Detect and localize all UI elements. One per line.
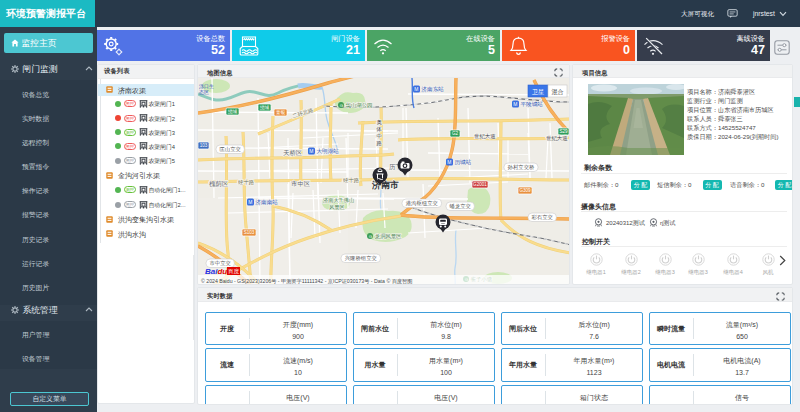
svg-text:济南市: 济南市 [371,180,399,190]
svg-text:G309: G309 [519,188,531,193]
svg-text:态区: 态区 [198,89,209,95]
svg-text:大明湖站: 大明湖站 [317,148,340,155]
svg-text:M: M [414,86,418,92]
svg-text:经十路: 经十路 [238,179,255,185]
svg-text:体: 体 [376,126,383,132]
svg-text:华山湖公园: 华山湖公园 [346,102,373,109]
svg-text:M: M [447,159,451,165]
svg-text:市中区: 市中区 [291,180,311,187]
svg-text:G2: G2 [452,131,459,136]
svg-text:© 2024 Baidu - GS(2023)3206号 -: © 2024 Baidu - GS(2023)3206号 - 甲测资字11111… [201,278,412,285]
svg-text:槐荫区: 槐荫区 [209,180,229,188]
svg-text:风景区: 风景区 [329,204,345,210]
svg-text:世纪大道: 世纪大道 [474,133,496,139]
svg-text:G: G [369,234,372,239]
svg-text:路: 路 [377,140,383,146]
svg-text:G: G [340,103,343,108]
svg-text:蟠龙立交: 蟠龙立交 [449,203,471,209]
svg-text:经十路: 经十路 [343,177,360,183]
svg-text:济南南站: 济南南站 [256,199,279,206]
svg-text:M: M [513,101,517,107]
svg-text:Baidu: Baidu [205,267,227,276]
svg-text:历城站: 历城站 [455,159,472,166]
svg-text:市中立交: 市中立交 [209,260,231,266]
svg-text:M: M [309,148,313,154]
svg-text:平陵城站: 平陵城站 [521,101,544,108]
svg-text:彩石立交: 彩石立交 [531,214,553,221]
svg-text:绕城: 绕城 [228,109,238,114]
svg-text:世纪大道: 世纪大道 [546,135,568,141]
svg-text:卫星: 卫星 [532,88,544,95]
svg-text:103: 103 [200,143,208,148]
svg-text:S29: S29 [559,129,568,134]
svg-text:G2001: G2001 [473,182,487,187]
svg-text:兴隆桥组立交: 兴隆桥组立交 [345,255,378,261]
svg-text:济南大千佛山: 济南大千佛山 [323,197,354,204]
svg-text:百度: 百度 [228,268,240,275]
svg-text:龙洞风景区: 龙洞风景区 [375,233,403,239]
svg-text:天桥区: 天桥区 [283,149,303,156]
svg-text:M: M [248,199,252,205]
svg-text:混合: 混合 [552,88,564,96]
svg-text:绕城: 绕城 [260,105,270,110]
svg-text:中: 中 [377,133,382,139]
svg-text:S103: S103 [244,230,255,235]
svg-text:济南东站: 济南东站 [422,86,445,93]
svg-text:孙村立交桥: 孙村立交桥 [508,164,536,171]
svg-text:港沟枢纽立交: 港沟枢纽立交 [406,200,439,207]
svg-text:青银: 青银 [276,109,286,115]
svg-text:匡山立交: 匡山立交 [219,146,241,152]
svg-text:奥: 奥 [377,119,383,125]
